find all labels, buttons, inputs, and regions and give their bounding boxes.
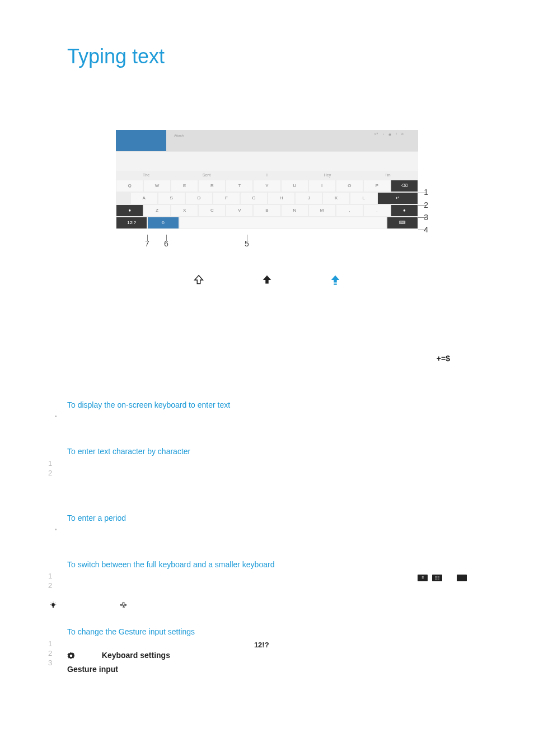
section-switch-keyboard: To switch between the full keyboard and …	[67, 559, 467, 583]
key: O	[336, 180, 363, 192]
key: C	[199, 205, 225, 216]
section-heading: To enter text character by character	[67, 446, 467, 457]
keyboard-settings-label: Keyboard settings	[102, 651, 170, 660]
key: S	[158, 193, 185, 204]
key: E	[171, 180, 198, 192]
section-enter-period: To enter a period •	[67, 513, 467, 524]
key: I	[309, 180, 335, 192]
kbd-row-3: ● Z X C V B N M , . ●	[116, 204, 418, 217]
hint-row	[67, 599, 467, 610]
section-heading: To display the on-screen keyboard to ent…	[67, 400, 467, 410]
step-number: 3	[48, 659, 52, 668]
wide-keyboard-icon: ⣿⣿	[432, 575, 442, 581]
key: L	[350, 193, 377, 204]
key: F	[213, 193, 240, 204]
callout-7: 7	[145, 239, 149, 248]
kbd-top-icon: ◉	[388, 132, 391, 136]
key: D	[186, 193, 212, 204]
bullet-icon: •	[55, 413, 57, 421]
key: V	[226, 205, 252, 216]
key-numeric: 12!?	[116, 217, 147, 228]
callout-5: 5	[245, 239, 249, 248]
key: A	[131, 193, 157, 204]
step-number: 2	[48, 581, 52, 591]
kbd-suggestion: Sent	[176, 171, 237, 180]
gear-icon	[67, 652, 75, 660]
gesture-step-2: Keyboard settings	[67, 650, 467, 661]
callout-4: 4	[424, 225, 428, 234]
step-number: 1	[48, 459, 52, 469]
numeric-key-label: 12!?	[254, 641, 269, 649]
key-keyboard-toggle: ⌨	[387, 217, 418, 228]
symbols-key-label: +=$	[437, 353, 450, 364]
key: Q	[116, 180, 143, 192]
key: G	[241, 193, 267, 204]
shift-outline-icon	[193, 274, 205, 286]
key-shift: ●	[391, 205, 418, 216]
section-gesture-settings: To change the Gesture input settings 1 2…	[67, 627, 467, 675]
kbd-text-area	[116, 151, 418, 171]
step-number: 1	[48, 572, 52, 581]
section-heading: To switch between the full keyboard and …	[67, 559, 467, 570]
keyboard-illustration: Attach x? ↓ ◉ ! ⎚ The Sent I Hey I'm Q	[116, 130, 418, 229]
svg-rect-0	[334, 283, 337, 284]
key: T	[226, 180, 252, 192]
svg-point-1	[51, 603, 55, 606]
kbd-suggestion: I'm	[358, 171, 418, 180]
kbd-attach-label: Attach	[174, 134, 184, 137]
key: N	[282, 205, 308, 216]
callout-6: 6	[164, 239, 168, 248]
key-shift: ●	[116, 205, 143, 216]
key: Z	[144, 205, 170, 216]
step-numbers: 1 2 3	[48, 640, 52, 668]
svg-rect-2	[53, 606, 54, 607]
key: K	[323, 193, 349, 204]
kbd-suggestion-row: The Sent I Hey I'm	[116, 171, 418, 180]
bullet-icon: •	[55, 526, 57, 534]
kbd-top-icon: ⎚	[401, 132, 404, 136]
step-number: 2	[48, 469, 52, 478]
key: B	[254, 205, 280, 216]
shift-capslock-icon	[329, 274, 341, 286]
gesture-step-1: 12!?	[67, 640, 467, 650]
kbd-top-icon: !	[396, 132, 397, 136]
move-arrows-icon	[120, 601, 128, 609]
full-keyboard-icon: ⠿	[418, 575, 428, 581]
section-heading: To change the Gesture input settings	[67, 627, 467, 637]
key-spacer	[116, 193, 130, 204]
page-title: Typing text	[67, 45, 467, 68]
key: ,	[336, 205, 363, 216]
key-emoji: ☺	[148, 217, 178, 228]
kbd-suggestion: Hey	[297, 171, 358, 180]
key-enter: ↵	[378, 193, 418, 204]
kbd-top-bar: Attach x? ↓ ◉ ! ⎚	[166, 130, 418, 151]
key-backspace: ⌫	[391, 180, 418, 192]
kbd-top-accent	[116, 130, 166, 151]
kbd-top-icon: ↓	[382, 132, 384, 136]
key: R	[199, 180, 225, 192]
step-numbers: 1 2	[48, 459, 52, 478]
key-space	[180, 217, 386, 228]
gesture-input-label: Gesture input	[67, 665, 118, 674]
key: P	[364, 180, 390, 192]
step-number: 2	[48, 649, 52, 659]
key: M	[309, 205, 335, 216]
callout-1: 1	[424, 188, 428, 197]
section-display-keyboard: To display the on-screen keyboard to ent…	[67, 400, 467, 410]
callout-3: 3	[424, 213, 428, 222]
kbd-row-2: A S D F G H J K L ↵	[116, 192, 418, 204]
section-heading: To enter a period	[67, 513, 467, 524]
lightbulb-icon	[49, 601, 57, 609]
step-number: 1	[48, 640, 52, 649]
split-keyboard-icon	[457, 575, 467, 581]
callout-2: 2	[424, 200, 428, 209]
step-numbers: 1 2	[48, 572, 52, 591]
key: .	[364, 205, 390, 216]
kbd-suggestion: I	[237, 171, 297, 180]
symbols-note: +=$	[67, 353, 467, 364]
kbd-row-4: 12!? ☺ ⌨	[116, 217, 418, 229]
shift-icon-states	[67, 274, 467, 286]
key: H	[268, 193, 294, 204]
kbd-row-1: Q W E R T Y U I O P ⌫	[116, 180, 418, 192]
key: X	[171, 205, 198, 216]
